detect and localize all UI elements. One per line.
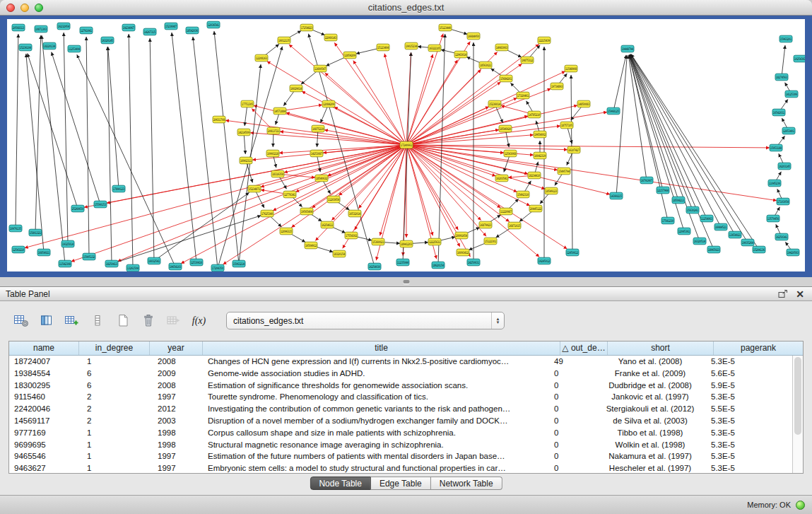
network-node[interactable]: 12653401 bbox=[782, 127, 795, 134]
network-node[interactable]: 12157964 bbox=[657, 187, 669, 194]
cell-pagerank[interactable]: 5.3E-5 bbox=[703, 450, 792, 462]
network-node[interactable]: 18250413 bbox=[105, 260, 118, 267]
network-node[interactable]: 19875312 bbox=[521, 57, 534, 64]
network-node[interactable]: 16012135 bbox=[278, 37, 290, 44]
network-node[interactable]: 11542308 bbox=[59, 260, 71, 267]
network-edge[interactable] bbox=[334, 107, 406, 145]
cell-short[interactable]: de Silva et al. (2003) bbox=[597, 415, 703, 427]
network-edge[interactable] bbox=[71, 145, 406, 262]
cell-pagerank[interactable]: 5.3E-5 bbox=[703, 391, 792, 403]
table-row[interactable]: 946554611997Estimation of the future num… bbox=[9, 450, 792, 462]
cell-short[interactable]: Stergiakouli et al. (2012) bbox=[597, 403, 703, 415]
cell-short[interactable]: Jankovic et al. (1997) bbox=[597, 391, 703, 403]
network-node[interactable]: 12036541 bbox=[207, 21, 220, 28]
network-node[interactable]: 16029014 bbox=[290, 85, 302, 92]
network-node[interactable]: 16203541 bbox=[495, 175, 508, 182]
delete-table-button[interactable] bbox=[139, 312, 158, 330]
cell-year[interactable]: 1998 bbox=[150, 427, 203, 439]
tab-network-table[interactable]: Network Table bbox=[431, 477, 502, 490]
network-node[interactable]: 10993218 bbox=[266, 150, 279, 157]
network-node[interactable]: 17554302 bbox=[345, 232, 358, 239]
network-edge[interactable] bbox=[629, 55, 668, 221]
network-node[interactable]: 19565404 bbox=[300, 208, 313, 215]
network-edge[interactable] bbox=[35, 35, 41, 233]
cell-year[interactable]: 1997 bbox=[150, 462, 203, 473]
cell-pagerank[interactable]: 5.3E-5 bbox=[703, 462, 792, 473]
cell-out_de[interactable]: 0 bbox=[550, 462, 597, 473]
cell-year[interactable]: 2008 bbox=[150, 356, 203, 368]
cell-name[interactable]: 22420046 bbox=[9, 403, 79, 415]
network-node[interactable]: 18540632 bbox=[315, 175, 328, 182]
network-node[interactable]: 15236014 bbox=[488, 100, 501, 107]
cell-out_de[interactable]: 0 bbox=[550, 391, 597, 403]
network-node[interactable]: 18320154 bbox=[333, 250, 346, 257]
network-node[interactable]: 10254361 bbox=[794, 55, 805, 62]
table-row[interactable]: 969969511998Structural magnetic resonanc… bbox=[9, 439, 792, 451]
cell-in_degree[interactable]: 6 bbox=[79, 368, 150, 380]
cell-title[interactable]: Estimation of the future numbers of pati… bbox=[203, 450, 550, 462]
cell-title[interactable]: Genome-wide association studies in ADHD. bbox=[203, 368, 550, 380]
cell-out_de[interactable]: 0 bbox=[550, 415, 597, 427]
network-node[interactable]: 15953188 bbox=[770, 144, 782, 151]
network-node[interactable]: 25260650 bbox=[71, 205, 84, 212]
network-node[interactable]: 12225631 bbox=[428, 238, 441, 245]
column-header-out_de[interactable]: △ out_de… bbox=[560, 341, 608, 355]
network-node[interactable]: 12208163 bbox=[255, 54, 268, 62]
network-edge[interactable] bbox=[28, 54, 78, 209]
network-edge[interactable] bbox=[64, 33, 68, 244]
column-header-name[interactable]: name bbox=[9, 341, 79, 355]
network-edge[interactable] bbox=[406, 145, 545, 189]
network-edge[interactable] bbox=[630, 55, 678, 200]
cell-year[interactable]: 2008 bbox=[150, 380, 203, 392]
cell-short[interactable]: Wolkin et al. (1998) bbox=[597, 439, 703, 451]
network-edge[interactable] bbox=[406, 129, 499, 145]
network-node[interactable]: 17240661 bbox=[400, 141, 413, 148]
network-node[interactable]: 12543210 bbox=[12, 246, 25, 253]
network-node[interactable]: 18542036 bbox=[186, 27, 199, 34]
cell-in_degree[interactable]: 1 bbox=[79, 462, 150, 473]
cell-in_degree[interactable]: 2 bbox=[79, 415, 150, 427]
cell-short[interactable]: Tibbo et al. (1998) bbox=[597, 427, 703, 439]
network-node[interactable]: 12854209 bbox=[343, 52, 356, 59]
horizontal-splitter[interactable] bbox=[0, 277, 812, 286]
network-node[interactable]: 17541230 bbox=[661, 217, 674, 224]
network-edge[interactable] bbox=[629, 55, 663, 190]
network-edge[interactable] bbox=[406, 145, 460, 247]
network-edge[interactable] bbox=[172, 33, 196, 262]
cell-title[interactable]: Corpus callosum shape and size in male p… bbox=[203, 427, 550, 439]
network-node[interactable]: 18504213 bbox=[672, 197, 685, 204]
cell-title[interactable]: Structural magnetic resonance image aver… bbox=[203, 439, 550, 451]
network-edge[interactable] bbox=[86, 37, 89, 257]
network-node[interactable]: 16542031 bbox=[772, 109, 785, 116]
network-node[interactable]: 19734893 bbox=[551, 83, 563, 90]
network-node[interactable]: 18546920 bbox=[499, 125, 512, 132]
network-node[interactable]: 20445122 bbox=[529, 205, 542, 212]
network-edge[interactable] bbox=[384, 54, 406, 145]
network-node[interactable]: 19245012 bbox=[538, 257, 551, 264]
cell-pagerank[interactable]: 5.3E-5 bbox=[703, 439, 792, 451]
network-node[interactable]: 19654002 bbox=[534, 131, 546, 138]
network-node[interactable]: 16254030 bbox=[368, 263, 381, 270]
network-node[interactable]: 19035264 bbox=[741, 239, 754, 246]
network-node[interactable]: 15236987 bbox=[165, 23, 177, 30]
network-node[interactable]: 16320514 bbox=[693, 238, 706, 245]
network-node[interactable]: 16250341 bbox=[775, 233, 788, 240]
network-edge[interactable] bbox=[150, 38, 154, 261]
network-node[interactable]: 16902311 bbox=[240, 157, 252, 164]
cell-name[interactable]: 18300295 bbox=[9, 380, 79, 392]
close-button[interactable] bbox=[6, 4, 15, 12]
network-node[interactable]: 12963014 bbox=[454, 51, 467, 58]
cell-out_de[interactable]: 0 bbox=[550, 427, 597, 439]
network-node[interactable]: 10871303 bbox=[35, 25, 47, 33]
network-canvas[interactable]: 1724066115123404128542091160054716029014… bbox=[7, 19, 805, 271]
cell-in_degree[interactable]: 1 bbox=[79, 427, 150, 439]
network-node[interactable]: 19654103 bbox=[169, 263, 182, 270]
network-node[interactable]: 14125306 bbox=[785, 90, 798, 98]
network-node[interactable]: 20631708 bbox=[213, 116, 225, 123]
network-node[interactable]: 16854021 bbox=[37, 249, 50, 256]
import-table-button[interactable] bbox=[164, 312, 183, 330]
network-node[interactable]: 19325014 bbox=[61, 240, 74, 247]
network-node[interactable]: 10976135 bbox=[9, 225, 22, 232]
network-node[interactable]: 18549123 bbox=[545, 187, 558, 194]
network-edge[interactable] bbox=[42, 35, 65, 264]
